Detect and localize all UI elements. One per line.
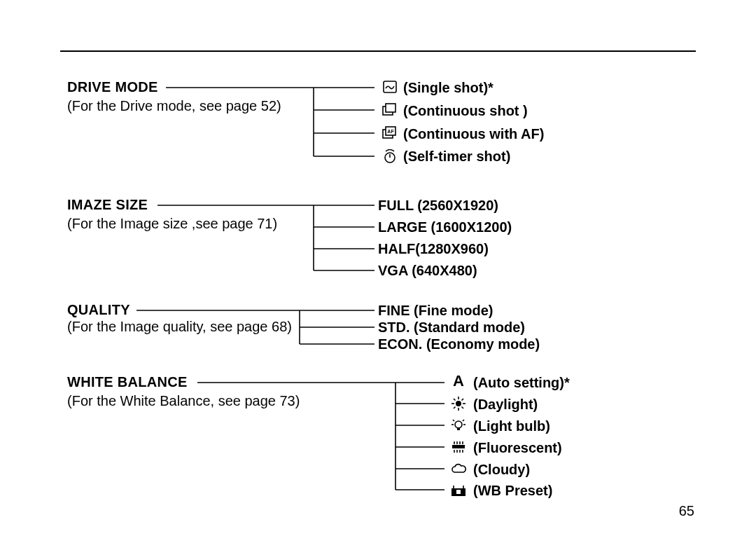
wb-opt-4: (Cloudy) [473,462,530,478]
wb-fluorescent-icon [451,439,466,455]
wb-opt-1: (Daylight) [473,397,538,413]
svg-line-41 [462,399,464,401]
wb-opt-2: (Light bulb) [473,418,550,434]
svg-line-47 [463,420,464,421]
svg-rect-58 [456,490,461,494]
wb-opt-3: (Fluorescent) [473,440,562,456]
svg-line-38 [454,399,456,401]
wb-opt-5: (WB Preset) [473,483,552,499]
svg-line-46 [453,420,454,421]
page-number: 65 [679,503,694,519]
wb-connector [0,0,756,532]
svg-rect-48 [452,445,465,448]
svg-line-39 [462,407,464,409]
svg-point-33 [456,401,461,406]
wb-opt-0: (Auto setting)* [473,375,570,391]
wb-cloudy-icon [451,461,466,476]
wb-preset-icon [451,482,466,497]
svg-rect-43 [457,427,460,430]
wb-auto-icon: A [451,373,466,389]
wb-lightbulb-icon [451,418,466,433]
svg-line-40 [454,407,456,409]
wb-daylight-icon [451,396,466,411]
svg-point-42 [455,421,462,428]
